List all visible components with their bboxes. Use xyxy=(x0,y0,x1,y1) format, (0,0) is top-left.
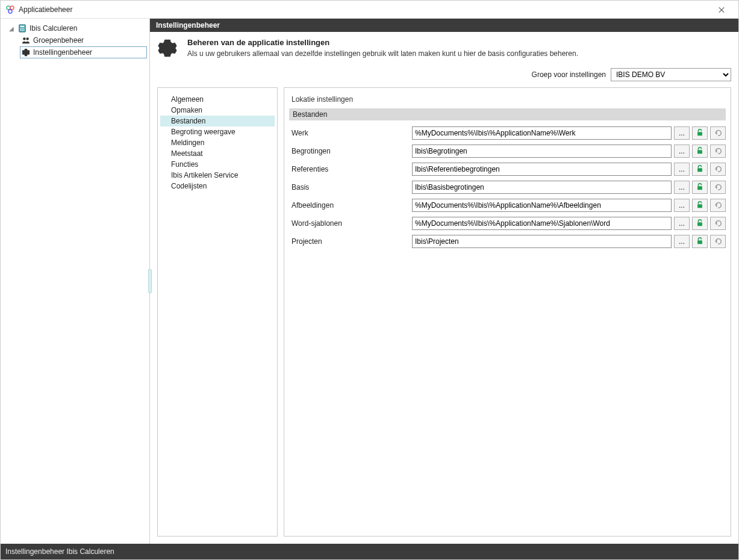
close-icon xyxy=(718,6,725,13)
undo-icon xyxy=(714,182,722,193)
lock-icon xyxy=(696,128,704,138)
field-label: Afbeeldingen xyxy=(289,201,410,210)
svg-rect-6 xyxy=(22,28,23,30)
lock-icon xyxy=(696,219,704,229)
svg-rect-16 xyxy=(697,186,702,190)
tab-codelijsten[interactable]: Codelijsten xyxy=(160,181,275,191)
field-label: Referenties xyxy=(289,165,410,173)
lock-button[interactable] xyxy=(692,126,708,140)
path-input[interactable] xyxy=(412,199,672,212)
tree-node-root[interactable]: ◢ Ibis Calculeren xyxy=(8,22,147,34)
group-selector[interactable]: IBIS DEMO BV xyxy=(611,68,731,81)
tab-opmaken[interactable]: Opmaken xyxy=(160,105,275,116)
splitter-handle[interactable] xyxy=(148,269,152,293)
reset-button[interactable] xyxy=(710,199,726,212)
window-close-button[interactable] xyxy=(709,1,734,19)
svg-rect-8 xyxy=(20,30,22,31)
path-input[interactable] xyxy=(412,145,672,158)
browse-button[interactable]: ... xyxy=(674,181,690,194)
tab-functies[interactable]: Functies xyxy=(160,159,275,170)
intro: Beheren van de applicatie instellingen A… xyxy=(150,32,738,64)
undo-icon xyxy=(714,164,722,175)
path-input[interactable] xyxy=(412,126,672,140)
tree-node-label: Instellingenbeheer xyxy=(33,48,92,57)
lock-button[interactable] xyxy=(692,163,708,176)
settings-panel: Lokatie instellingen Bestanden Werk...Be… xyxy=(284,87,731,537)
field-row: Afbeeldingen... xyxy=(289,196,726,214)
browse-button[interactable]: ... xyxy=(674,163,690,176)
browse-button[interactable]: ... xyxy=(674,199,690,212)
reset-button[interactable] xyxy=(710,217,726,230)
lock-button[interactable] xyxy=(692,145,708,158)
lock-button[interactable] xyxy=(692,181,708,194)
page-title: Instellingenbeheer xyxy=(150,19,738,32)
path-input[interactable] xyxy=(412,181,672,194)
tree-node-groepenbeheer[interactable]: Groepenbeheer xyxy=(20,34,147,46)
gear-icon xyxy=(21,48,31,57)
lock-button[interactable] xyxy=(692,235,708,248)
browse-button[interactable]: ... xyxy=(674,126,690,140)
reset-button[interactable] xyxy=(710,163,726,176)
svg-point-11 xyxy=(23,37,25,40)
svg-point-1 xyxy=(10,6,14,10)
section-title: Lokatie instellingen xyxy=(289,94,726,108)
users-icon xyxy=(21,36,31,45)
titlebar: Applicatiebeheer xyxy=(1,1,738,19)
calculator-icon xyxy=(17,23,27,33)
svg-rect-15 xyxy=(697,168,702,172)
lock-icon xyxy=(696,182,704,193)
browse-button[interactable]: ... xyxy=(674,145,690,158)
field-row: Word-sjablonen... xyxy=(289,214,726,232)
undo-icon xyxy=(714,128,722,138)
expander-icon[interactable]: ◢ xyxy=(9,25,16,32)
field-row: Projecten... xyxy=(289,232,726,250)
window-title: Applicatiebeheer xyxy=(19,5,72,14)
group-selector-row: Groep voor instellingen IBIS DEMO BV xyxy=(150,64,738,87)
field-label: Begrotingen xyxy=(289,147,410,155)
reset-button[interactable] xyxy=(710,145,726,158)
svg-rect-17 xyxy=(697,204,702,208)
undo-icon xyxy=(714,237,722,247)
tab-algemeen[interactable]: Algemeen xyxy=(160,94,275,105)
svg-rect-19 xyxy=(697,240,702,244)
tab-ibis-artikelen-service[interactable]: Ibis Artikelen Service xyxy=(160,170,275,181)
reset-button[interactable] xyxy=(710,126,726,140)
browse-button[interactable]: ... xyxy=(674,235,690,248)
tab-meldingen[interactable]: Meldingen xyxy=(160,137,275,148)
reset-button[interactable] xyxy=(710,181,726,194)
sidebar: ◢ Ibis Calculeren xyxy=(1,19,150,544)
svg-rect-4 xyxy=(20,26,25,28)
reset-button[interactable] xyxy=(710,235,726,248)
field-label: Basis xyxy=(289,183,410,191)
svg-rect-14 xyxy=(697,150,702,154)
lock-button[interactable] xyxy=(692,199,708,212)
tab-meetstaat[interactable]: Meetstaat xyxy=(160,148,275,159)
svg-rect-18 xyxy=(697,222,702,226)
app-window: Applicatiebeheer ◢ xyxy=(0,0,739,560)
path-input[interactable] xyxy=(412,163,672,176)
field-label: Projecten xyxy=(289,237,410,246)
main: Instellingenbeheer Beheren van de applic… xyxy=(150,19,738,544)
fields-container: Werk...Begrotingen...Referenties...Basis… xyxy=(289,124,726,250)
group-selector-label: Groep voor instellingen xyxy=(532,70,606,79)
undo-icon xyxy=(714,219,722,229)
browse-button[interactable]: ... xyxy=(674,217,690,230)
tab-bestanden[interactable]: Bestanden xyxy=(160,116,275,126)
nav-tree: ◢ Ibis Calculeren xyxy=(8,22,147,58)
svg-rect-13 xyxy=(697,132,702,135)
lock-icon xyxy=(696,237,704,247)
path-input[interactable] xyxy=(412,217,672,230)
lock-icon xyxy=(696,164,704,175)
settings-tabs: AlgemeenOpmakenBestandenBegroting weerga… xyxy=(157,87,278,537)
lock-button[interactable] xyxy=(692,217,708,230)
field-label: Werk xyxy=(289,129,410,137)
tab-begroting-weergave[interactable]: Begroting weergave xyxy=(160,126,275,137)
svg-point-0 xyxy=(7,6,10,10)
lock-icon xyxy=(696,146,704,157)
svg-rect-5 xyxy=(20,28,22,30)
path-input[interactable] xyxy=(412,235,672,248)
svg-rect-10 xyxy=(23,30,25,31)
intro-title: Beheren van de applicatie instellingen xyxy=(187,38,578,47)
statusbar: Instellingenbeheer Ibis Calculeren xyxy=(1,544,738,559)
tree-node-instellingenbeheer[interactable]: Instellingenbeheer xyxy=(20,46,147,58)
